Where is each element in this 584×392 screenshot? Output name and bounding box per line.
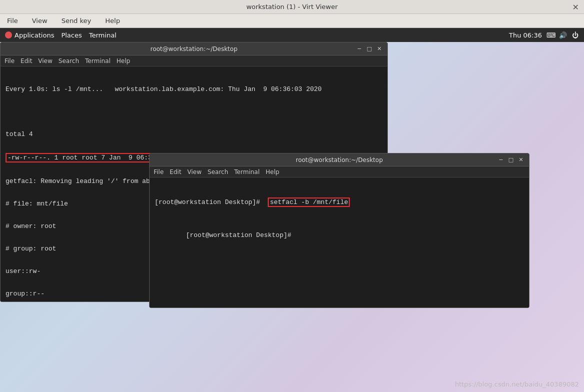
power-icon[interactable]: ⏻ — [571, 31, 579, 39]
t1-menu-edit[interactable]: Edit — [21, 58, 32, 64]
terminal-1-titlebar: root@workstation:~/Desktop ─ □ ✕ — [1, 42, 387, 56]
terminal-window-2: root@workstation:~/Desktop ─ □ ✕ File Ed… — [149, 153, 529, 308]
terminal-2-menu: File Edit View Search Terminal Help — [150, 166, 529, 178]
terminal-2-body[interactable]: [root@workstation Desktop]# setfacl -b /… — [150, 178, 529, 308]
volume-icon[interactable]: 🔊 — [559, 31, 567, 39]
menu-file[interactable]: File — [4, 16, 21, 26]
t2-menu-help[interactable]: Help — [266, 168, 279, 176]
network-icon: ⌨ — [547, 31, 555, 39]
t1-menu-file[interactable]: File — [5, 58, 15, 64]
menu-help[interactable]: Help — [102, 16, 123, 26]
t2-menu-file[interactable]: File — [154, 168, 164, 176]
applications-menu[interactable]: Applications — [5, 32, 54, 39]
watermark: https://blog.csdn.net/baidu_40389082 — [455, 380, 579, 388]
t1-line-watch: Every 1.0s: ls -l /mnt... workstation.la… — [6, 86, 382, 93]
t2-command-highlighted: setfacl -b /mnt/file — [268, 198, 350, 207]
t2-menu-view[interactable]: View — [187, 168, 201, 176]
terminal-2-close[interactable]: ✕ — [517, 156, 525, 164]
terminal-1-maximize[interactable]: □ — [365, 46, 373, 52]
terminal-1-buttons: ─ □ ✕ — [355, 46, 383, 52]
status-icons: ⌨ 🔊 ⏻ — [547, 31, 579, 39]
terminal-2-minimize[interactable]: ─ — [497, 156, 505, 164]
t2-prompt-2: [root@workstation Desktop]# — [155, 224, 524, 246]
terminal-2-title: root@workstation:~/Desktop — [296, 156, 383, 164]
terminal-2-buttons: ─ □ ✕ — [497, 156, 525, 164]
t2-menu-terminal[interactable]: Terminal — [234, 168, 260, 176]
menu-view[interactable]: View — [29, 16, 51, 26]
terminal-1-close[interactable]: ✕ — [375, 46, 383, 52]
t2-prompt-text-2: [root@workstation Desktop]# — [186, 232, 291, 239]
terminal-2-titlebar: root@workstation:~/Desktop ─ □ ✕ — [150, 154, 529, 166]
t2-menu-edit[interactable]: Edit — [170, 168, 181, 176]
terminal-1-menu: File Edit View Search Terminal Help — [1, 56, 387, 66]
app-title-bar: workstation (1) - Virt Viewer ✕ — [0, 0, 584, 14]
terminal-label[interactable]: Terminal — [89, 32, 117, 39]
app-title: workstation (1) - Virt Viewer — [246, 3, 338, 10]
t1-line-total: total 4 — [6, 130, 382, 138]
t1-menu-search[interactable]: Search — [59, 58, 79, 64]
terminal-1-minimize[interactable]: ─ — [355, 46, 363, 52]
topbar-right: Thu 06:36 ⌨ 🔊 ⏻ — [509, 31, 579, 39]
t1-line-blank — [6, 108, 382, 116]
t1-menu-help[interactable]: Help — [117, 58, 130, 64]
t1-menu-view[interactable]: View — [38, 58, 52, 64]
terminal-2-maximize[interactable]: □ — [507, 156, 515, 164]
places-label[interactable]: Places — [61, 32, 82, 39]
menu-sendkey[interactable]: Send key — [59, 16, 95, 26]
content-area: root@workstation:~/Desktop ─ □ ✕ File Ed… — [0, 42, 584, 392]
t2-menu-search[interactable]: Search — [208, 168, 228, 176]
applications-label: Applications — [15, 32, 54, 39]
gnome-top-bar: Applications Places Terminal Thu 06:36 ⌨… — [0, 28, 584, 42]
t2-prompt-1: [root@workstation Desktop]# setfacl -b /… — [155, 198, 524, 207]
topbar-left: Applications Places Terminal — [5, 32, 117, 39]
apps-icon — [5, 32, 12, 38]
t2-prompt-text-1: [root@workstation Desktop]# — [155, 198, 260, 206]
clock: Thu 06:36 — [509, 32, 542, 39]
app-close-button[interactable]: ✕ — [572, 2, 579, 12]
t1-menu-terminal[interactable]: Terminal — [85, 58, 111, 64]
terminal-1-title: root@workstation:~/Desktop — [150, 46, 237, 52]
app-menu-bar: File View Send key Help — [0, 14, 584, 28]
